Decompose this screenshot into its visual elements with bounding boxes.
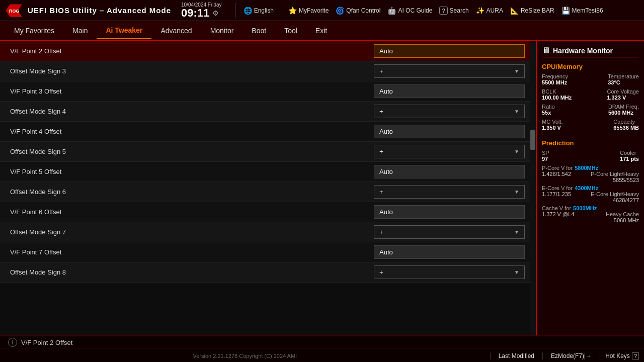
monitor-icon: 🖥 xyxy=(542,46,550,55)
nav-qfan[interactable]: 🌀 Qfan Control xyxy=(336,7,380,15)
cache-v-freq: 5000MHz xyxy=(573,205,597,211)
chevron-down-icon: ▼ xyxy=(514,68,519,74)
menu-monitor[interactable]: Monitor xyxy=(201,23,243,39)
bottom-info-bar: i V/F Point 2 Offset xyxy=(0,336,644,349)
table-row: Offset Mode Sign 3 + ▼ xyxy=(0,61,530,81)
sign5-dropdown[interactable]: + ▼ xyxy=(374,145,525,158)
vf2-input[interactable]: Auto xyxy=(374,44,525,58)
setting-value-vf7: Auto xyxy=(374,245,525,259)
frequency-value: 5500 MHz xyxy=(542,79,568,85)
cache-v-label: Cache V for xyxy=(542,205,571,211)
settings-list: V/F Point 2 Offset Auto Offset Mode Sign… xyxy=(0,41,530,335)
svg-text:ROG: ROG xyxy=(9,9,20,14)
nav-search[interactable]: ? Search xyxy=(439,7,468,15)
capacity-value: 65536 MB xyxy=(613,125,639,131)
cpu-memory-section-title: CPU/Memory xyxy=(542,63,639,70)
table-row: V/F Point 4 Offset Auto xyxy=(0,122,530,142)
nav-aioc[interactable]: 🤖 AI OC Guide xyxy=(387,7,432,15)
nav-language[interactable]: 🌐 English xyxy=(244,7,274,15)
core-voltage-value: 1.323 V xyxy=(607,95,639,101)
vf5-input[interactable]: Auto xyxy=(374,165,525,178)
setting-value-vf6: Auto xyxy=(374,205,525,219)
last-modified-button[interactable]: Last Modified xyxy=(490,352,542,359)
menu-advanced[interactable]: Advanced xyxy=(151,23,201,39)
nav-memtest[interactable]: 💾 MemTest86 xyxy=(561,7,603,15)
scrollbar[interactable] xyxy=(530,41,536,335)
table-row: Offset Mode Sign 8 + ▼ xyxy=(0,262,530,283)
bottom-actions-bar: Version 2.21.1278 Copyright (C) 2024 AMI… xyxy=(0,349,644,362)
status-bar: i V/F Point 2 Offset Version 2.21.1278 C… xyxy=(0,335,644,362)
menu-boot[interactable]: Boot xyxy=(243,23,275,39)
hw-row-frequency: Frequency 5500 MHz Temperature 33°C xyxy=(542,73,639,85)
dram-freq-value: 5600 MHz xyxy=(608,110,639,116)
ecore-light-heavy-label: E-Core Light/Heavy xyxy=(591,191,639,197)
setting-label-sign7: Offset Mode Sign 7 xyxy=(0,224,374,240)
main-layout: V/F Point 2 Offset Auto Offset Mode Sign… xyxy=(0,41,644,335)
ecore-v-label: E-Core V for xyxy=(542,185,573,191)
table-row: Offset Mode Sign 7 + ▼ xyxy=(0,222,530,242)
vf3-input[interactable]: Auto xyxy=(374,84,525,98)
ecore-v-value: 1.177/1.235 xyxy=(542,191,571,203)
hw-row-sp: SP 97 Cooler 171 pts xyxy=(542,150,639,162)
menu-ai-tweaker[interactable]: Ai Tweaker xyxy=(97,22,151,39)
pcore-v-freq: 5800MHz xyxy=(575,165,598,171)
menu-main[interactable]: Main xyxy=(63,23,97,39)
pcore-light-heavy-label: P-Core Light/Heavy xyxy=(591,171,639,177)
divider xyxy=(542,135,639,135)
cooler-label: Cooler xyxy=(620,150,639,156)
setting-value-sign7: + ▼ xyxy=(374,225,525,239)
menu-tool[interactable]: Tool xyxy=(275,23,306,39)
table-row: V/F Point 7 Offset Auto xyxy=(0,242,530,262)
ai-icon: 🤖 xyxy=(387,7,396,15)
setting-value-sign6: + ▼ xyxy=(374,185,525,199)
question-icon: ? xyxy=(439,7,447,15)
bclk-label: BCLK xyxy=(542,88,572,95)
ezmode-button[interactable]: EzMode(F7)|→ xyxy=(542,352,600,359)
hw-ecore-block: E-Core V for 4300MHz 1.177/1.235 E-Core … xyxy=(542,185,639,203)
menu-my-favorites[interactable]: My Favorites xyxy=(5,23,63,39)
setting-value-vf3: Auto xyxy=(374,84,525,98)
setting-label-sign3: Offset Mode Sign 3 xyxy=(0,63,374,79)
sign6-dropdown[interactable]: + ▼ xyxy=(374,185,525,199)
info-icon: i xyxy=(8,338,17,347)
table-row: V/F Point 2 Offset Auto xyxy=(0,41,530,61)
hw-monitor-title: 🖥 Hardware Monitor xyxy=(542,46,639,58)
frequency-label: Frequency xyxy=(542,73,568,79)
nav-resizebar[interactable]: 📐 ReSize BAR xyxy=(510,7,554,15)
ecore-light-heavy-value: 4628/4277 xyxy=(591,197,639,203)
table-row: Offset Mode Sign 6 + ▼ xyxy=(0,182,530,202)
sign3-dropdown[interactable]: + ▼ xyxy=(374,64,525,78)
bottom-setting-description: V/F Point 2 Offset xyxy=(21,339,72,346)
chevron-down-icon: ▼ xyxy=(514,229,519,235)
hot-keys-button[interactable]: Hot Keys ? xyxy=(600,352,644,359)
sign7-dropdown[interactable]: + ▼ xyxy=(374,225,525,239)
hw-cache-block: Cache V for 5000MHz 1.372 V @L4 Heavy Ca… xyxy=(542,205,639,223)
setting-label-sign8: Offset Mode Sign 8 xyxy=(0,264,374,280)
menu-exit[interactable]: Exit xyxy=(306,23,336,39)
hardware-monitor-panel: 🖥 Hardware Monitor CPU/Memory Frequency … xyxy=(536,41,644,335)
table-row: Offset Mode Sign 5 + ▼ xyxy=(0,142,530,162)
hw-row-bclk: BCLK 100.00 MHz Core Voltage 1.323 V xyxy=(542,88,639,101)
ecore-v-freq: 4300MHz xyxy=(575,185,598,191)
menubar: My Favorites Main Ai Tweaker Advanced Mo… xyxy=(0,21,644,41)
vf6-input[interactable]: Auto xyxy=(374,205,525,219)
nav-aura[interactable]: ✨ AURA xyxy=(476,7,503,15)
table-row: V/F Point 6 Offset Auto xyxy=(0,202,530,222)
sign8-dropdown[interactable]: + ▼ xyxy=(374,265,525,279)
vf4-input[interactable]: Auto xyxy=(374,125,525,138)
vf7-input[interactable]: Auto xyxy=(374,245,525,259)
sign4-dropdown[interactable]: + ▼ xyxy=(374,105,525,118)
nav-myfavorite[interactable]: ⭐ MyFavorite xyxy=(288,7,329,15)
cache-v-value: 1.372 V @L4 xyxy=(542,211,574,223)
setting-value-vf5: Auto xyxy=(374,165,525,178)
header: ROG UEFI BIOS Utility – Advanced Mode 10… xyxy=(0,0,644,21)
chevron-down-icon: ▼ xyxy=(514,149,519,154)
chevron-down-icon: ▼ xyxy=(514,269,519,275)
setting-label-sign5: Offset Mode Sign 5 xyxy=(0,144,374,159)
table-row: Offset Mode Sign 4 + ▼ xyxy=(0,102,530,122)
settings-icon[interactable]: ⚙ xyxy=(212,9,219,17)
scrollbar-thumb[interactable] xyxy=(530,130,535,150)
bios-title: UEFI BIOS Utility – Advanced Mode xyxy=(28,6,171,15)
core-voltage-label: Core Voltage xyxy=(607,88,639,95)
setting-label-vf2: V/F Point 2 Offset xyxy=(0,43,374,59)
